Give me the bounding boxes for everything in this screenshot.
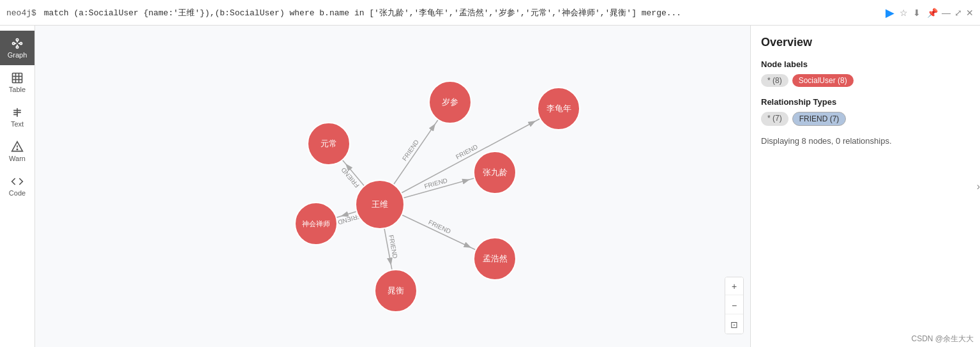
zoom-out-button[interactable]: − bbox=[725, 297, 743, 314]
zoom-reset-button[interactable]: ⊡ bbox=[725, 316, 743, 334]
prompt-prefix: neo4j$ bbox=[6, 8, 36, 18]
graph-node[interactable]: 晁衡 bbox=[375, 270, 417, 312]
tag-social-user[interactable]: SocialUser (8) bbox=[792, 74, 854, 87]
svg-point-1 bbox=[16, 39, 18, 41]
download-button[interactable]: ⬇ bbox=[913, 8, 921, 18]
main-content: Graph Table Text bbox=[0, 26, 980, 347]
footer: CSDN @余生大大 bbox=[911, 334, 974, 344]
graph-node[interactable]: 王维 bbox=[356, 180, 404, 229]
window-controls: 📌 — ⤢ ✕ bbox=[927, 8, 974, 18]
app-container: neo4j$ match (a:SocialUser {name:'王维'}),… bbox=[0, 0, 980, 347]
minimize-button[interactable]: — bbox=[942, 8, 951, 18]
tag-all-rels[interactable]: * (7) bbox=[761, 112, 788, 126]
graph-area[interactable]: FRIENDFRIENDFRIENDFRIENDFRIENDFRIENDFRIE… bbox=[35, 26, 750, 347]
svg-point-3 bbox=[16, 46, 18, 48]
graph-node[interactable]: 孟浩然 bbox=[474, 238, 516, 280]
node-tags-row: * (8) SocialUser (8) bbox=[761, 74, 970, 87]
svg-point-17 bbox=[17, 149, 17, 150]
tag-all-nodes[interactable]: * (8) bbox=[761, 74, 788, 87]
overview-toggle-button[interactable]: › bbox=[977, 181, 980, 192]
run-button[interactable]: ▶ bbox=[886, 6, 894, 20]
prompt-text: match (a:SocialUser {name:'王维'}),(b:Soci… bbox=[44, 8, 682, 18]
svg-text:岁参: 岁参 bbox=[442, 97, 458, 107]
sidebar-item-code[interactable]: Code bbox=[0, 169, 34, 203]
graph-node[interactable]: 李龟年 bbox=[538, 88, 580, 130]
graph-label: Graph bbox=[8, 51, 27, 59]
svg-rect-8 bbox=[13, 73, 22, 83]
svg-text:李龟年: 李龟年 bbox=[547, 104, 571, 113]
svg-point-0 bbox=[13, 42, 15, 44]
svg-text:元常: 元常 bbox=[320, 139, 337, 148]
restore-button[interactable]: ⤢ bbox=[954, 8, 962, 18]
code-label: Code bbox=[9, 189, 26, 197]
text-icon bbox=[11, 106, 24, 119]
overview-title: Overview bbox=[761, 36, 970, 49]
display-info: Displaying 8 nodes, 0 relationships. bbox=[761, 136, 970, 146]
tag-friend[interactable]: FRIEND (7) bbox=[792, 112, 847, 126]
graph-svg: FRIENDFRIENDFRIENDFRIENDFRIENDFRIENDFRIE… bbox=[35, 26, 750, 347]
sidebar: Graph Table Text bbox=[0, 26, 35, 347]
table-label: Table bbox=[9, 86, 26, 93]
svg-text:王维: 王维 bbox=[372, 199, 388, 209]
graph-node[interactable]: 神会禅师 bbox=[295, 203, 337, 245]
sidebar-item-text[interactable]: Text bbox=[0, 100, 34, 134]
close-button[interactable]: ✕ bbox=[966, 8, 974, 18]
query-prompt: neo4j$ match (a:SocialUser {name:'王维'}),… bbox=[6, 7, 886, 19]
relationship-title: Relationship Types bbox=[761, 97, 970, 107]
svg-point-2 bbox=[20, 42, 22, 44]
svg-text:孟浩然: 孟浩然 bbox=[483, 254, 508, 263]
graph-node[interactable]: 元常 bbox=[308, 123, 350, 165]
overview-panel: Overview Node labels * (8) SocialUser (8… bbox=[750, 26, 980, 347]
graph-node[interactable]: 张九龄 bbox=[474, 151, 516, 194]
pin-button[interactable]: 📌 bbox=[927, 8, 938, 18]
svg-text:神会禅师: 神会禅师 bbox=[302, 220, 330, 227]
top-bar-actions: ▶ ☆ ⬇ bbox=[886, 6, 921, 20]
top-bar: neo4j$ match (a:SocialUser {name:'王维'}),… bbox=[0, 0, 980, 26]
graph-icon bbox=[11, 37, 24, 50]
warn-label: Warn bbox=[9, 155, 26, 162]
node-labels-title: Node labels bbox=[761, 59, 970, 69]
svg-text:晁衡: 晁衡 bbox=[388, 286, 404, 295]
sidebar-item-warn[interactable]: Warn bbox=[0, 134, 34, 169]
text-label: Text bbox=[11, 120, 24, 128]
rel-tags-row: * (7) FRIEND (7) bbox=[761, 112, 970, 126]
star-button[interactable]: ☆ bbox=[900, 8, 908, 18]
sidebar-item-table[interactable]: Table bbox=[0, 65, 34, 100]
graph-node[interactable]: 岁参 bbox=[429, 81, 471, 123]
code-icon bbox=[11, 175, 24, 188]
zoom-in-button[interactable]: + bbox=[725, 277, 743, 295]
zoom-controls: + − ⊡ bbox=[725, 277, 744, 334]
warn-icon bbox=[11, 141, 24, 153]
sidebar-item-graph[interactable]: Graph bbox=[0, 31, 34, 65]
table-icon bbox=[11, 72, 24, 84]
svg-text:张九龄: 张九龄 bbox=[483, 167, 508, 177]
